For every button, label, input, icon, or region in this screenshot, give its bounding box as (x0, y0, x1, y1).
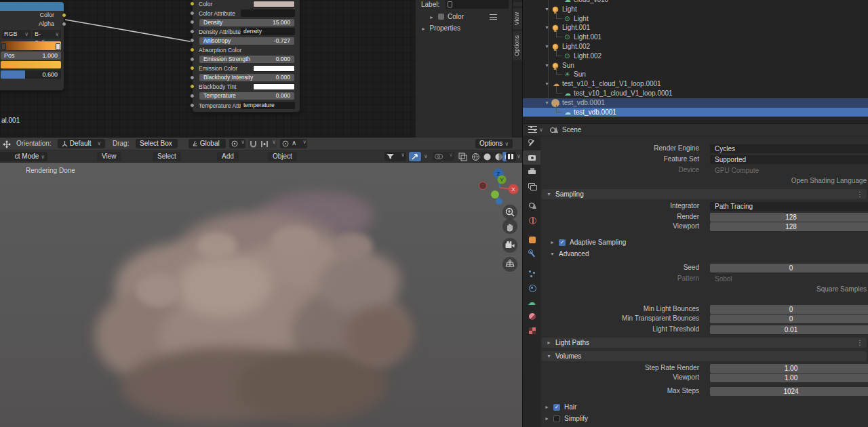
sidebar-tab-options[interactable]: Options (513, 31, 522, 60)
snap-toggle[interactable]: ∨ (248, 139, 277, 148)
expand-arrow-icon[interactable]: ▼ (545, 42, 549, 52)
color-swatch[interactable] (253, 83, 295, 90)
input-socket[interactable] (190, 103, 195, 108)
colorramp-mode-dropdown[interactable]: RGB∨ (2, 30, 31, 39)
viewport-3d[interactable]: Orientation: Default ∨ Drag: Select Box∨… (0, 138, 522, 427)
outliner-row[interactable]: ⊙Light.002 (523, 52, 868, 61)
expand-arrow-icon[interactable]: ▼ (547, 351, 551, 361)
outliner-row[interactable]: ▼Light.002 (523, 42, 868, 52)
attribute-field[interactable]: temperature (241, 102, 295, 109)
color-swatch[interactable] (253, 65, 295, 72)
dropdown-field[interactable]: Cycles (710, 144, 868, 153)
properties-tab-objdata[interactable]: ☁ (523, 295, 540, 309)
alpha-output-socket[interactable] (62, 22, 66, 26)
ramp-stop-handle[interactable] (1, 43, 6, 50)
orientation-dropdown[interactable]: Default ∨ (58, 139, 105, 148)
input-socket[interactable] (190, 1, 195, 6)
value-slider[interactable]: 128 (710, 213, 868, 222)
outliner-row[interactable]: ☀Sun (523, 70, 868, 79)
value-slider[interactable]: 128 (710, 222, 868, 231)
properties-tab-output[interactable] (523, 165, 540, 179)
input-socket[interactable] (190, 11, 195, 16)
options-dropdown[interactable]: Options ∨ (475, 139, 513, 148)
checkbox[interactable]: ✓ (559, 239, 566, 246)
panel-header-volumes[interactable]: ▼Volumes (542, 351, 867, 361)
expand-arrow-icon[interactable]: ▼ (545, 23, 549, 33)
menu-add[interactable]: Add (217, 152, 239, 161)
properties-tab-texture[interactable] (523, 323, 540, 338)
outliner-row[interactable]: ▼☁test_vdb.0001 (523, 98, 868, 108)
menu-object[interactable]: Object (268, 152, 297, 161)
properties-tab-world[interactable] (523, 213, 540, 227)
input-socket[interactable] (190, 20, 195, 24)
value-slider[interactable]: 1.00 (710, 373, 868, 382)
value-slider[interactable]: Anisotropy-0.727 (199, 37, 294, 45)
expand-arrow-icon[interactable]: ► (421, 26, 426, 31)
sidebar-tab-view[interactable]: View (513, 8, 522, 29)
input-socket[interactable] (190, 66, 195, 70)
expand-arrow-icon[interactable]: ▼ (545, 79, 549, 89)
mode-dropdown[interactable]: ct Mode ∨ (0, 152, 47, 161)
expand-arrow-icon[interactable]: ► (545, 414, 549, 424)
value-slider[interactable]: 0 (710, 314, 868, 323)
properties-tab-object[interactable] (523, 232, 540, 247)
outliner-row[interactable]: ⊙Light (523, 14, 868, 24)
value-slider[interactable]: Emission Strength0.000 (199, 56, 294, 63)
sidebar-properties-row[interactable]: ► Properties (416, 22, 512, 34)
panel-header-sampling[interactable]: ▼Sampling⋮ (542, 189, 867, 199)
object-visibility-dropdown[interactable]: ∨ (384, 152, 406, 161)
expand-arrow-icon[interactable]: ► (545, 403, 549, 412)
properties-tab-viewlayer[interactable] (523, 179, 540, 193)
zoom-button[interactable] (502, 205, 517, 220)
outliner-row[interactable]: ▼Sun (523, 61, 868, 70)
checkbox[interactable] (553, 415, 560, 422)
editor-type-icon[interactable] (528, 126, 537, 134)
camera-view-button[interactable] (502, 238, 517, 253)
sidebar-tab-partial[interactable] (513, 2, 522, 6)
expand-arrow-icon[interactable]: ► (547, 338, 551, 348)
attribute-field[interactable] (241, 9, 295, 17)
outliner-row[interactable]: ☁cloud_v010 (523, 0, 868, 5)
input-socket[interactable] (190, 57, 195, 62)
dropdown-field[interactable]: Sobol (710, 274, 868, 283)
value-slider[interactable]: 0 (710, 305, 868, 314)
color-output-socket[interactable] (62, 13, 66, 18)
shading-solid-icon[interactable] (483, 152, 492, 161)
ramp-position-field[interactable]: Pos1.000 (1, 52, 61, 60)
outliner-row[interactable]: ☁test_v10_1_cloud_V1_loop.0001 (523, 89, 868, 98)
drag-dropdown[interactable]: Select Box∨ (136, 139, 178, 148)
properties-tab-particles[interactable] (523, 266, 540, 281)
menu-select[interactable]: Select (153, 152, 181, 161)
render-pause-button[interactable] (506, 152, 516, 161)
properties-tab-tool[interactable] (523, 136, 540, 150)
colorramp-node-header[interactable] (0, 2, 64, 11)
properties-editor[interactable]: ∨ Scene ☁ Render EngineCyclesFeature Set… (522, 123, 868, 427)
value-slider[interactable]: Blackbody Intensity0.000 (199, 74, 294, 81)
input-socket[interactable] (190, 75, 195, 80)
dropdown-field[interactable]: GPU Compute (710, 166, 868, 175)
input-socket[interactable] (190, 84, 195, 89)
perspective-toggle-button[interactable] (502, 257, 517, 272)
ramp-stop-handle-active[interactable] (56, 43, 60, 50)
colorramp-interpolation-dropdown[interactable]: B-Spline∨ (33, 30, 61, 39)
input-socket[interactable] (190, 47, 195, 52)
principled-volume-node[interactable]: ColorColor AttributeDensity15.000Density… (192, 0, 300, 113)
expand-arrow-icon[interactable]: ▼ (545, 98, 549, 108)
colorramp-gradient-bar[interactable] (1, 41, 61, 50)
menu-view[interactable]: View (97, 152, 121, 161)
right-aligned-setting[interactable]: Open Shading Language (540, 176, 868, 186)
pan-button[interactable] (502, 219, 517, 234)
value-slider[interactable]: 1.00 (710, 364, 868, 373)
proportional-editing-toggle[interactable]: ∧ ∨ (280, 139, 307, 148)
expand-arrow-icon[interactable]: ▼ (550, 249, 555, 259)
shading-material-icon[interactable] (494, 152, 503, 161)
shader-node-editor[interactable]: Color Alpha RGB∨ B-Spline∨ Pos1.000 0.60… (0, 0, 522, 138)
node-label-input[interactable] (446, 0, 509, 9)
panel-menu-icon[interactable]: ⋮ (856, 338, 863, 348)
panel-header-light-paths[interactable]: ►Light Paths⋮ (542, 338, 867, 348)
outliner-row[interactable]: ⊙Light.001 (523, 33, 868, 42)
outliner[interactable]: ☁cloud_v010▼Light⊙Light▼Light.001⊙Light.… (522, 0, 868, 123)
color-swatch[interactable] (253, 1, 295, 7)
transform-orientation-dropdown[interactable]: Global∨ (189, 139, 226, 148)
attribute-field[interactable]: density (241, 28, 295, 35)
